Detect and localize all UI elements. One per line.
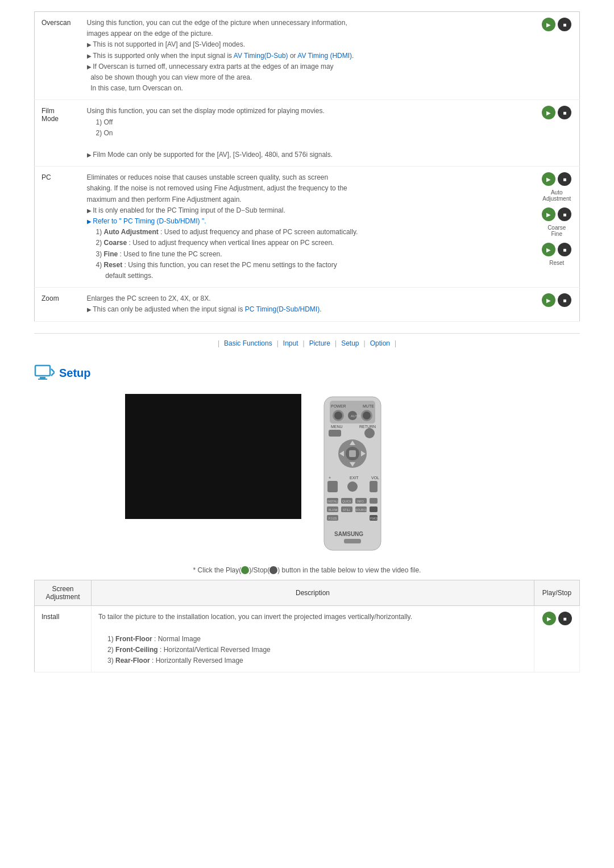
svg-text:INFO: INFO <box>357 500 364 503</box>
setup-table: Screen Adjustment Description Play/Stop … <box>34 580 580 672</box>
col-description: Description <box>92 580 534 606</box>
svg-rect-40 <box>370 506 377 512</box>
overscan-label: Overscan <box>35 12 80 100</box>
install-play-btn[interactable]: ▶ <box>542 612 556 625</box>
setup-icon <box>34 364 55 383</box>
svg-text:SAMSUNG: SAMSUNG <box>334 531 363 537</box>
svg-rect-15 <box>329 430 341 437</box>
nav-sep-6: | <box>395 339 396 347</box>
svg-rect-0 <box>35 366 50 376</box>
nav-option[interactable]: Option <box>370 339 390 347</box>
pc-buttons: ▶ ■ AutoAdjustment ▶ ■ CoarseFine ▶ ■ <box>534 167 580 288</box>
overscan-buttons: ▶ ■ <box>534 12 580 100</box>
nav-setup[interactable]: Setup <box>341 339 359 347</box>
svg-text:BLANK: BLANK <box>329 508 338 512</box>
svg-text:VOL: VOL <box>371 476 379 480</box>
nav-picture[interactable]: Picture <box>309 339 330 347</box>
svg-point-16 <box>364 428 375 438</box>
svg-rect-29 <box>370 481 377 492</box>
svg-text:MUTE: MUTE <box>363 404 374 408</box>
nav-basic-functions[interactable]: Basic Functions <box>224 339 272 347</box>
overscan-desc: Using this function, you can cut the edg… <box>80 12 534 100</box>
nav-sep-1: | <box>218 339 219 347</box>
filmmode-label: Film Mode <box>35 100 80 167</box>
zoom-label: Zoom <box>35 288 80 321</box>
svg-rect-1 <box>40 377 45 379</box>
install-buttons: ▶ ■ <box>534 606 580 672</box>
pc-coarse-play-btn[interactable]: ▶ <box>542 207 555 221</box>
remote-control: POWER MUTE AUTO MENU RETURN <box>318 394 387 555</box>
pc-reset-play-btn[interactable]: ▶ <box>542 243 555 256</box>
svg-text:AUTO: AUTO <box>351 414 360 418</box>
pc-label: PC <box>35 167 80 288</box>
col-screen-adjustment: Screen Adjustment <box>35 580 92 606</box>
table-row-zoom: Zoom Enlarges the PC screen to 2X, 4X, o… <box>35 288 580 321</box>
overscan-play-btn[interactable]: ▶ <box>542 18 555 31</box>
nav-sep-5: | <box>364 339 366 347</box>
svg-text:SOURCE: SOURCE <box>355 508 368 512</box>
svg-point-12 <box>363 412 371 420</box>
pc-coarse-stop-btn[interactable]: ■ <box>558 207 571 221</box>
filmmode-buttons: ▶ ■ <box>534 100 580 167</box>
pc-auto-label: AutoAdjustment <box>542 189 571 202</box>
svg-rect-49 <box>344 539 361 543</box>
pc-reset-stop-btn[interactable]: ■ <box>558 243 571 256</box>
filmmode-play-btn[interactable]: ▶ <box>542 106 555 119</box>
install-label: Install <box>35 606 92 672</box>
setup-video-box <box>125 394 301 519</box>
setup-content: POWER MUTE AUTO MENU RETURN <box>34 394 580 555</box>
table-row-install: Install To tailor the picture to the ins… <box>35 606 580 672</box>
svg-text:+: + <box>329 476 331 480</box>
install-stop-btn[interactable]: ■ <box>558 612 572 625</box>
filmmode-desc: Using this function, you can set the dis… <box>80 100 534 167</box>
zoom-play-btn[interactable]: ▶ <box>542 293 555 307</box>
svg-text:MENU: MENU <box>331 425 343 429</box>
filmmode-stop-btn[interactable]: ■ <box>558 106 571 119</box>
svg-text:POWER: POWER <box>331 404 346 408</box>
setup-notice: * Click the Play()/Stop() button in the … <box>34 566 580 575</box>
pc-auto-play-btn[interactable]: ▶ <box>542 172 555 186</box>
nav-sep-2: | <box>277 339 279 347</box>
nav-input[interactable]: Input <box>283 339 298 347</box>
pc-desc: Eliminates or reduces noise that causes … <box>80 167 534 288</box>
zoom-stop-btn[interactable]: ■ <box>558 293 571 307</box>
svg-text:P.SIZE: P.SIZE <box>329 517 338 520</box>
svg-rect-2 <box>38 379 47 380</box>
table-row-pc: PC Eliminates or reduces noise that caus… <box>35 167 580 288</box>
svg-rect-27 <box>327 481 338 492</box>
pc-coarsefine-label: CoarseFine <box>547 225 566 237</box>
svg-text:STILL: STILL <box>343 508 351 512</box>
col-playstop: Play/Stop <box>534 580 580 606</box>
nav-sep-3: | <box>303 339 305 347</box>
pc-reset-label: Reset <box>549 260 564 266</box>
nav-sep-4: | <box>335 339 337 347</box>
table-header-row: Screen Adjustment Description Play/Stop <box>35 580 580 606</box>
pc-auto-stop-btn[interactable]: ■ <box>558 172 571 186</box>
table-row-overscan: Overscan Using this function, you can cu… <box>35 12 580 100</box>
svg-text:QUICK: QUICK <box>342 500 352 503</box>
svg-rect-33 <box>370 498 377 504</box>
setup-title: Setup <box>59 367 91 380</box>
svg-text:EXIT: EXIT <box>350 476 359 480</box>
zoom-buttons: ▶ ■ <box>534 288 580 321</box>
overscan-stop-btn[interactable]: ■ <box>558 18 571 31</box>
remote-svg: POWER MUTE AUTO MENU RETURN <box>318 394 387 553</box>
svg-text:P.MODE: P.MODE <box>370 517 381 520</box>
zoom-desc: Enlarges the PC screen to 2X, 4X, or 8X.… <box>80 288 534 321</box>
setup-section: Setup POWER MUTE <box>34 364 580 673</box>
nav-bar: | Basic Functions | Input | Picture | Se… <box>34 333 580 353</box>
svg-rect-23 <box>349 450 356 457</box>
svg-point-28 <box>347 481 358 492</box>
svg-text:INSTALL: INSTALL <box>327 500 339 503</box>
setup-header: Setup <box>34 364 580 383</box>
picture-settings-table: Overscan Using this function, you can cu… <box>34 11 580 322</box>
svg-text:RETURN: RETURN <box>359 425 376 429</box>
table-row-filmmode: Film Mode Using this function, you can s… <box>35 100 580 167</box>
install-desc: To tailor the picture to the installatio… <box>92 606 534 672</box>
svg-point-8 <box>334 412 342 420</box>
